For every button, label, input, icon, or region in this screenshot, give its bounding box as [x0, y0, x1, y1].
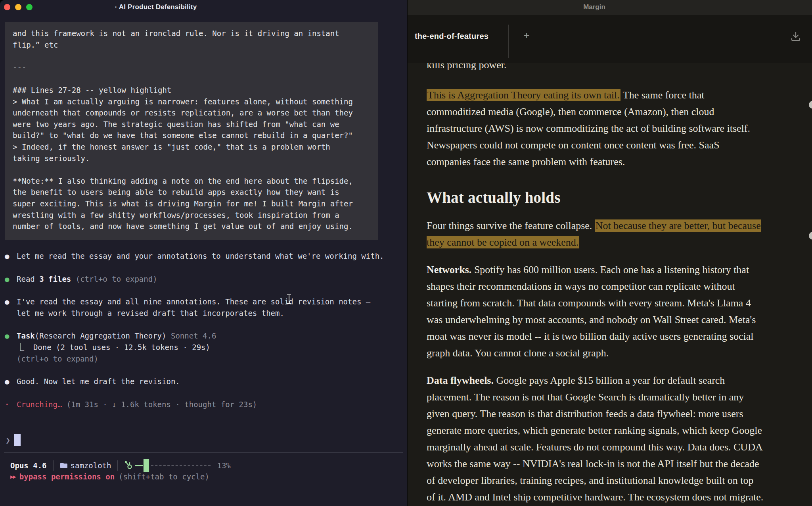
mouse-cursor-ibeam: [286, 294, 292, 304]
statusbar-divider: [53, 460, 54, 471]
terminal-event: ●Good. Now let me draft the revision.: [5, 376, 402, 387]
terminal-statusbar: Opus 4.6 samzoloth 13%: [10, 459, 231, 472]
doc-paragraph: This is Aggregation Theory eating its ow…: [427, 87, 764, 170]
prompt-chevron-icon: ❯: [6, 435, 10, 445]
margin-titlebar: Margin: [408, 0, 812, 15]
document-content: kills pricing power.This is Aggregation …: [427, 63, 764, 506]
quote-box: and this framework is not an ironclad ru…: [5, 22, 378, 240]
terminal-title: · AI Product Defensibility: [0, 3, 312, 11]
sprocket-icon: [124, 460, 134, 471]
doc-text: kills pricing power.: [427, 63, 764, 73]
highlight-annotation[interactable]: This is Aggregation Theory eating its ow…: [427, 89, 620, 101]
tab-bar: the-end-of-features +: [408, 15, 812, 63]
event-bullet: ●: [5, 376, 17, 387]
event-list: ●Let me read the essay and your annotati…: [5, 250, 402, 410]
doc-paragraph: Four things survive the feature collapse…: [427, 217, 764, 251]
document-area: kills pricing power.This is Aggregation …: [408, 63, 812, 506]
model-label: Opus 4.6: [10, 461, 47, 470]
doc-text: Google pays Apple $15 billion a year for…: [427, 375, 763, 503]
prompt-input[interactable]: ❯: [6, 434, 21, 446]
margin-window: Margin the-end-of-features + kills prici…: [407, 0, 812, 506]
permissions-mode[interactable]: ▶▶ bypass permissions on (shift+tab to c…: [10, 472, 209, 481]
event-text: Let me read the essay and your annotatio…: [17, 250, 384, 262]
terminal-titlebar: · AI Product Defensibility: [0, 0, 407, 14]
doc-text: Four things survive the feature collapse…: [427, 220, 595, 231]
event-text: Good. Now let me draft the revision.: [17, 376, 180, 387]
context-handle: [143, 459, 149, 472]
doc-bold-lead: Networks.: [427, 264, 471, 275]
mode-hint: (shift+tab to cycle): [119, 472, 209, 481]
context-usage-bar: [135, 459, 211, 472]
doc-bold-lead: Data flywheels.: [427, 375, 494, 386]
terminal-event: ●Let me read the essay and your annotati…: [5, 250, 402, 262]
terminal-event: ●I've read the essay and all nine annota…: [5, 296, 402, 319]
context-remaining-segment: [151, 465, 211, 466]
text-cursor: [14, 434, 21, 446]
prompt-separator-bottom: [4, 452, 403, 453]
download-button[interactable]: [790, 30, 802, 42]
doc-paragraph: Networks. Spotify has 600 million users.…: [427, 262, 764, 362]
doc-heading: What actually holds: [427, 189, 764, 207]
event-bullet: ·: [5, 399, 17, 410]
tab-the-end-of-features[interactable]: the-end-of-features: [413, 29, 490, 44]
terminal-window: · AI Product Defensibility and this fram…: [0, 0, 407, 506]
terminal-event: ●Task(Research Aggregation Theory) Sonne…: [5, 330, 402, 364]
context-percent: 13%: [217, 461, 230, 470]
context-used-segment: [135, 465, 143, 466]
mode-label: bypass permissions on: [19, 472, 115, 481]
event-text: Task(Research Aggregation Theory) Sonnet…: [17, 330, 216, 364]
terminal-event: ·Crunching… (1m 31s · ↓ 1.6k tokens · th…: [5, 399, 402, 410]
event-text: Read 3 files (ctrl+o to expand): [17, 273, 157, 285]
working-directory: samzoloth: [60, 461, 111, 470]
folder-icon: [60, 462, 68, 469]
event-bullet: ●: [5, 250, 17, 262]
doc-text: Spotify has 600 million users. Each one …: [427, 264, 756, 359]
double-arrow-icon: ▶▶: [10, 473, 15, 480]
event-bullet: ●: [5, 273, 17, 285]
terminal-event: ●Read 3 files (ctrl+o to expand): [5, 273, 402, 285]
tab-divider: [508, 25, 509, 58]
doc-paragraph: Data flywheels. Google pays Apple $15 bi…: [427, 372, 764, 506]
folder-label: samzoloth: [71, 461, 111, 470]
new-tab-button[interactable]: +: [519, 29, 534, 42]
event-bullet: ●: [5, 330, 17, 342]
download-icon: [790, 30, 802, 42]
event-text: Crunching… (1m 31s · ↓ 1.6k tokens · tho…: [17, 399, 257, 410]
app-title: Margin: [408, 3, 781, 11]
doc-paragraph-clipped: kills pricing power.: [427, 63, 764, 73]
event-bullet: ●: [5, 296, 17, 308]
terminal-body: and this framework is not an ironclad ru…: [0, 22, 407, 410]
prompt-separator-top: [4, 430, 403, 430]
statusbar-divider: [117, 460, 118, 471]
event-text: I've read the essay and all nine annotat…: [17, 296, 370, 319]
